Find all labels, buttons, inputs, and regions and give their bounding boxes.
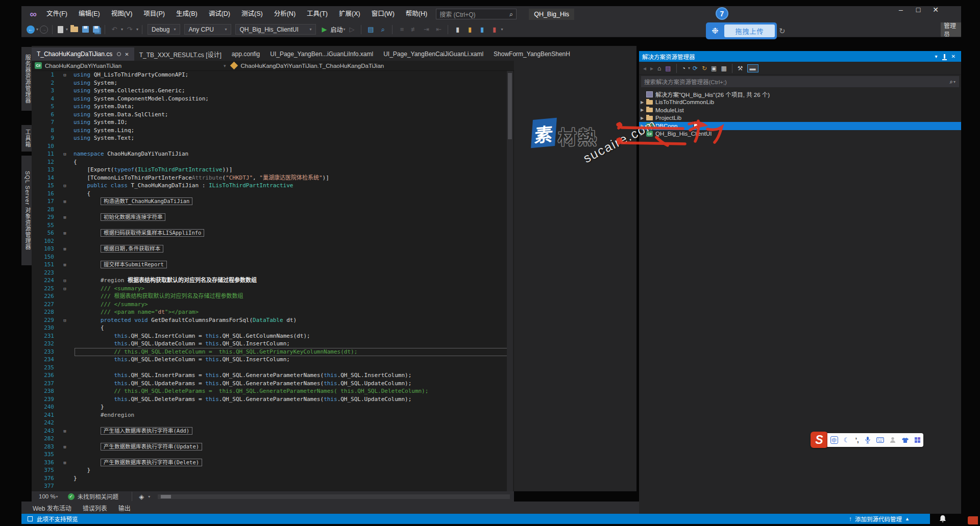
code-line-225[interactable]: 225⊟ /// <summary> bbox=[32, 285, 514, 293]
undo-dropdown-icon[interactable]: ▾ bbox=[121, 27, 123, 32]
ime-punctuation-icon[interactable]: ’, bbox=[855, 436, 859, 444]
solution-explorer-search-box[interactable]: 搜索解决方案资源管理器(Ctrl+;) ⌕ ▾ bbox=[641, 76, 959, 87]
tree-item-ProjectLib[interactable]: ▶ProjectLib bbox=[639, 114, 961, 122]
expand-icon[interactable]: ▶ bbox=[639, 100, 645, 105]
toolbar-overflow-icon[interactable]: ▾ bbox=[501, 27, 503, 32]
navigate-back-button[interactable]: ← bbox=[27, 26, 35, 34]
admin-button[interactable]: 管理员 bbox=[941, 22, 961, 37]
back-icon[interactable]: ◂ bbox=[643, 65, 646, 72]
fold-expand-icon[interactable]: ⊞ bbox=[56, 428, 74, 436]
ime-keyboard-icon[interactable] bbox=[876, 437, 884, 443]
menu-item-5[interactable]: 调试(D) bbox=[203, 6, 236, 22]
redo-dropdown-icon[interactable]: ▾ bbox=[136, 27, 138, 32]
bookmark-icon[interactable]: ▮ bbox=[453, 26, 462, 33]
diff-icon[interactable]: ◈ bbox=[137, 493, 146, 500]
ime-toolbox-icon[interactable] bbox=[915, 437, 920, 443]
switch-views-icon[interactable]: ▤ bbox=[665, 65, 671, 72]
code-line-12[interactable]: 12{ bbox=[32, 158, 514, 166]
document-tab-4[interactable]: UI_Page_YangBenCaiJiGuanLi.xaml bbox=[378, 47, 488, 61]
breadcrumb-project[interactable]: ChaoHuKangDaYiYuanTiJian bbox=[45, 63, 121, 69]
start-debug-label[interactable]: 启动 bbox=[330, 25, 342, 34]
collapsed-region[interactable]: 构造函数T_ChaoHuKangDaTiJian bbox=[101, 197, 192, 205]
code-line-7[interactable]: 7using System.IO; bbox=[32, 118, 514, 127]
collapse-all-icon[interactable]: ▣ bbox=[711, 65, 717, 72]
refresh-icon[interactable]: ↻ bbox=[702, 65, 707, 72]
menu-item-6[interactable]: 测试(S) bbox=[236, 6, 268, 22]
tree-item-DBConn[interactable]: ▶C#DBConn bbox=[639, 122, 961, 130]
code-line-29[interactable]: 29⊞ 初始化数据库连接字符串 bbox=[32, 213, 514, 221]
code-line-223[interactable]: 223 bbox=[32, 269, 514, 277]
code-line-239[interactable]: 239 this.QH_SQL.DeleteParams = this.QH_S… bbox=[32, 395, 514, 404]
start-without-debug-icon[interactable]: ▷ bbox=[347, 26, 356, 33]
document-tab-2[interactable]: app.config bbox=[227, 47, 265, 61]
sync-with-active-document-icon[interactable]: ⟳ bbox=[693, 65, 698, 72]
menu-item-4[interactable]: 生成(B) bbox=[170, 6, 203, 22]
expand-icon[interactable]: ▶ bbox=[639, 108, 645, 112]
find-in-files-icon[interactable]: ▤ bbox=[366, 26, 375, 33]
code-line-1[interactable]: 1⊟using QH_LisToThirdPartyCommonAPI; bbox=[32, 71, 514, 79]
bookmark-next-icon[interactable]: ▮ bbox=[465, 26, 474, 33]
code-line-236[interactable]: 236 this.QH_SQL.InsertParams = this.QH_S… bbox=[32, 371, 514, 380]
code-line-102[interactable]: 102 bbox=[32, 237, 514, 245]
home-icon[interactable]: ⌂ bbox=[657, 65, 661, 72]
fold-expand-icon[interactable]: ⊞ bbox=[56, 443, 74, 452]
open-file-button[interactable] bbox=[70, 27, 78, 32]
code-editor[interactable]: 1⊟using QH_LisToThirdPartyCommonAPI;2usi… bbox=[32, 71, 514, 491]
ime-night-mode-icon[interactable]: ☾ bbox=[844, 436, 850, 444]
code-line-377[interactable]: 377 bbox=[32, 482, 514, 490]
start-dropdown-icon[interactable]: ▾ bbox=[343, 27, 345, 32]
code-line-13[interactable]: 13 [Export(typeof(ILisToThirdPartIntract… bbox=[32, 166, 514, 174]
new-file-button[interactable] bbox=[58, 26, 63, 33]
save-button[interactable] bbox=[82, 26, 89, 33]
code-line-10[interactable]: 10 bbox=[32, 142, 514, 151]
close-panel-icon[interactable]: ✕ bbox=[951, 54, 955, 59]
ime-chinese-mode-icon[interactable]: 中 bbox=[830, 436, 838, 444]
code-line-335[interactable]: 335 bbox=[32, 450, 514, 459]
collapsed-region[interactable]: 根据日期,条件获取样本 bbox=[101, 245, 163, 253]
code-line-243[interactable]: 243⊞ 产生插入数据库表执行字符串(Add) bbox=[32, 427, 514, 435]
drag-upload-button[interactable]: ❉ 拖拽上传 bbox=[706, 22, 777, 39]
code-line-242[interactable]: 242 bbox=[32, 419, 514, 427]
code-line-15[interactable]: 15⊟ public class T_ChaoHuKangDaTiJian : … bbox=[32, 182, 514, 190]
platform-dropdown[interactable]: Any CPU▾ bbox=[184, 24, 231, 35]
solution-explorer-title-bar[interactable]: 解决方案资源管理器 ▾ ✕ bbox=[639, 51, 961, 62]
tree-item-ModuleList[interactable]: ▶ModuleList bbox=[639, 106, 961, 114]
code-line-16[interactable]: 16 { bbox=[32, 190, 514, 198]
ime-tray-icon[interactable] bbox=[968, 516, 978, 524]
code-line-150[interactable]: 150 bbox=[32, 253, 514, 261]
document-tab-3[interactable]: UI_Page_YangBen...iGuanLiInfo.xaml bbox=[265, 47, 378, 61]
code-line-235[interactable]: 235 bbox=[32, 364, 514, 372]
solution-root-node[interactable]: 解决方案"QH_Big_His"(26 个项目, 共 26 个) bbox=[639, 90, 961, 98]
bottom-tab-0[interactable]: Web 发布活动 bbox=[33, 504, 71, 512]
configuration-dropdown[interactable]: Debug▾ bbox=[148, 24, 180, 35]
tree-item-LisToThirdCommonLib[interactable]: ▶LisToThirdCommonLib bbox=[639, 98, 961, 107]
fold-collapse-icon[interactable]: ⊟ bbox=[56, 285, 74, 293]
collapsed-region[interactable]: 产生数据数据库表执行字符串(Update) bbox=[101, 443, 202, 450]
code-line-241[interactable]: 241 #endregion bbox=[32, 411, 514, 419]
code-line-375[interactable]: 375 } bbox=[32, 466, 514, 474]
tree-item-QH_Big_His_ClientUI[interactable]: ▶C#QH_Big_His_ClientUI bbox=[639, 130, 961, 138]
fold-expand-icon[interactable]: ⊞ bbox=[56, 230, 74, 238]
fold-collapse-icon[interactable]: ⊟ bbox=[56, 317, 74, 325]
fold-expand-icon[interactable]: ⊞ bbox=[56, 214, 74, 222]
menu-item-11[interactable]: 帮助(H) bbox=[400, 6, 433, 22]
comment-icon[interactable]: ≡ bbox=[397, 26, 406, 33]
fold-collapse-icon[interactable]: ⊟ bbox=[56, 182, 74, 190]
zoom-level[interactable]: 100 % bbox=[39, 493, 56, 499]
code-line-237[interactable]: 237 this.QH_SQL.UpdateParams = this.QH_S… bbox=[32, 380, 514, 388]
properties-wrench-icon[interactable]: ⚒ bbox=[738, 65, 743, 72]
code-line-4[interactable]: 4using System.ComponentModel.Composition… bbox=[32, 95, 514, 103]
document-tab-1[interactable]: T_TB_XXX_RESULT.cs [设计] bbox=[134, 47, 227, 61]
menu-item-1[interactable]: 编辑(E) bbox=[73, 6, 106, 22]
navigate-back-dropdown-icon[interactable]: ▾ bbox=[36, 27, 38, 32]
minimize-button[interactable]: – bbox=[892, 2, 910, 17]
menu-item-2[interactable]: 视图(V) bbox=[106, 6, 138, 22]
scrollbar-thumb[interactable] bbox=[508, 73, 512, 139]
code-line-376[interactable]: 376} bbox=[32, 474, 514, 483]
sogou-ime-logo[interactable]: S bbox=[811, 432, 828, 448]
bottom-tab-1[interactable]: 错误列表 bbox=[83, 504, 107, 512]
code-line-227[interactable]: 227 /// </summary> bbox=[32, 300, 514, 309]
code-line-232[interactable]: 232 this.QH_SQL.UpdateColumn = this.QH_S… bbox=[32, 340, 514, 348]
fold-expand-icon[interactable]: ⊞ bbox=[56, 245, 74, 254]
pin-icon[interactable] bbox=[117, 52, 121, 56]
